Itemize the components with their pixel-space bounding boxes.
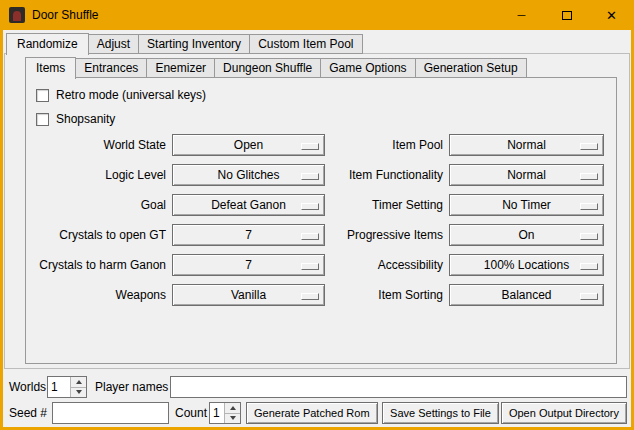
timer-setting-label: Timer Setting [331,198,443,212]
close-icon: ✕ [606,9,617,22]
shopsanity-checkbox[interactable] [36,113,49,126]
tab-custom-item-pool[interactable]: Custom Item Pool [249,34,362,54]
worlds-input[interactable] [48,377,70,397]
dropdown-value: 7 [245,258,252,272]
tab-game-options[interactable]: Game Options [320,58,415,78]
dropdown-value: Normal [507,138,546,152]
output-buttons-group: Save Settings to File Open Output Direct… [382,402,627,424]
item-sorting-label: Item Sorting [331,288,443,302]
dropdown-value: Open [234,138,263,152]
logic-level-label: Logic Level [28,168,166,182]
count-spin-down-button[interactable] [225,413,240,424]
worlds-spin-down-button[interactable] [71,387,86,398]
world-state-dropdown[interactable]: Open [172,134,325,156]
dropdown-value: 7 [245,228,252,242]
client-area: Randomize Adjust Starting Inventory Cust… [3,30,631,427]
dropdown-indicator-icon [580,263,598,270]
randomize-panel: Items Entrances Enemizer Dungeon Shuffle… [4,53,630,369]
seed-label: Seed # [9,402,47,424]
close-button[interactable]: ✕ [589,0,634,30]
main-tab-bar: Randomize Adjust Starting Inventory Cust… [3,33,631,54]
dropdown-value: Vanilla [231,288,266,302]
goal-label: Goal [28,198,166,212]
item-functionality-dropdown[interactable]: Normal [449,164,604,186]
dropdown-indicator-icon [580,143,598,150]
minimize-icon: ─ [518,10,526,21]
dropdown-indicator-icon [580,173,598,180]
count-spinbox [209,402,241,424]
dropdown-indicator-icon [301,233,319,240]
tab-starting-inventory[interactable]: Starting Inventory [138,34,250,54]
count-label: Count [175,402,207,424]
tab-randomize[interactable]: Randomize [6,33,89,55]
progressive-items-dropdown[interactable]: On [449,224,604,246]
accessibility-label: Accessibility [331,258,443,272]
shopsanity-row: Shopsanity [36,110,616,128]
crystals-open-gt-dropdown[interactable]: 7 [172,224,325,246]
titlebar: Door Shuffle ─ ✕ [0,0,634,30]
timer-setting-dropdown[interactable]: No Timer [449,194,604,216]
dropdown-indicator-icon [580,293,598,300]
dropdown-indicator-icon [301,293,319,300]
accessibility-dropdown[interactable]: 100% Locations [449,254,604,276]
item-pool-label: Item Pool [331,138,443,152]
player-names-label: Player names [95,376,168,398]
worlds-row: Worlds Player names [3,376,631,398]
weapons-label: Weapons [28,288,166,302]
down-arrow-icon [76,390,82,394]
crystals-harm-ganon-label: Crystals to harm Ganon [28,258,166,272]
world-state-label: World State [28,138,166,152]
tab-adjust[interactable]: Adjust [88,34,139,54]
count-input[interactable] [210,403,224,423]
crystals-harm-ganon-dropdown[interactable]: 7 [172,254,325,276]
sub-tab-bar: Items Entrances Enemizer Dungeon Shuffle… [5,57,629,78]
worlds-spin-up-button[interactable] [71,377,86,387]
bottom-bar: Worlds Player names Seed # Count [3,369,631,427]
item-pool-dropdown[interactable]: Normal [449,134,604,156]
dropdown-value: Normal [507,168,546,182]
dropdown-value: Defeat Ganon [211,198,286,212]
crystals-open-gt-label: Crystals to open GT [28,228,166,242]
player-names-input[interactable] [170,376,627,398]
dropdown-value: 100% Locations [484,258,569,272]
settings-grid: World State Open Item Pool Normal Logic … [28,134,608,306]
up-arrow-icon [230,406,236,410]
dropdown-value: No Timer [502,198,551,212]
window-title: Door Shuffle [32,8,99,22]
retro-mode-row: Retro mode (universal keys) [36,86,616,104]
item-functionality-label: Item Functionality [331,168,443,182]
worlds-label: Worlds [9,376,46,398]
up-arrow-icon [76,380,82,384]
item-sorting-dropdown[interactable]: Balanced [449,284,604,306]
minimize-button[interactable]: ─ [499,0,544,30]
dropdown-indicator-icon [301,203,319,210]
count-spin-arrows [224,403,240,423]
save-settings-button[interactable]: Save Settings to File [382,402,499,424]
dropdown-indicator-icon [301,143,319,150]
worlds-spin-arrows [70,377,86,397]
tab-entrances[interactable]: Entrances [75,58,147,78]
shopsanity-label: Shopsanity [56,112,115,126]
seed-row: Seed # Count Generate Patched Rom Save S… [3,402,631,424]
progressive-items-label: Progressive Items [331,228,443,242]
dropdown-value: No Glitches [217,168,279,182]
tab-dungeon-shuffle[interactable]: Dungeon Shuffle [214,58,321,78]
tab-generation-setup[interactable]: Generation Setup [415,58,527,78]
app-window: Door Shuffle ─ ✕ Randomize Adjust Starti… [0,0,634,430]
maximize-button[interactable] [544,0,589,30]
retro-mode-label: Retro mode (universal keys) [56,88,206,102]
app-icon [9,7,25,23]
generate-patched-rom-button[interactable]: Generate Patched Rom [246,402,378,424]
retro-mode-checkbox[interactable] [36,89,49,102]
seed-input[interactable] [52,402,169,424]
open-output-directory-button[interactable]: Open Output Directory [501,402,627,424]
count-spin-up-button[interactable] [225,403,240,413]
tab-enemizer[interactable]: Enemizer [146,58,215,78]
dropdown-value: On [518,228,534,242]
weapons-dropdown[interactable]: Vanilla [172,284,325,306]
worlds-spinbox [47,376,87,398]
logic-level-dropdown[interactable]: No Glitches [172,164,325,186]
tab-items[interactable]: Items [25,57,76,79]
goal-dropdown[interactable]: Defeat Ganon [172,194,325,216]
maximize-icon [562,11,572,20]
